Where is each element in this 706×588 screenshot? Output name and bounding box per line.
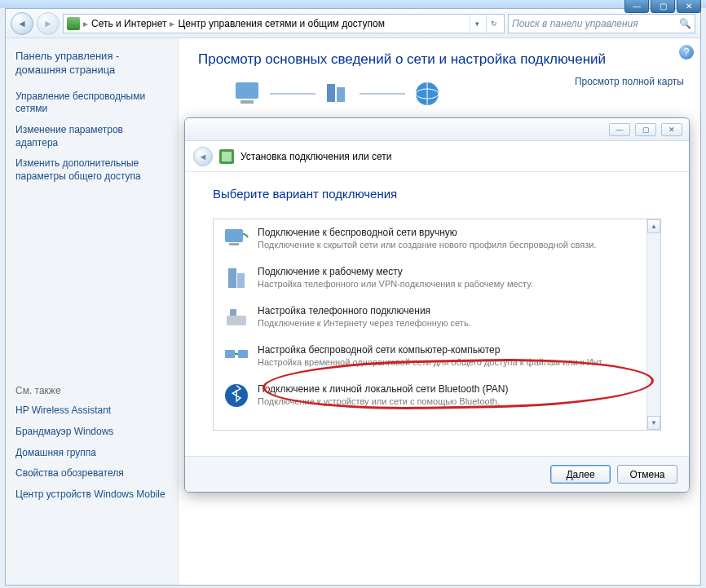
- help-icon[interactable]: ?: [679, 45, 694, 60]
- also-ie[interactable]: Свойства обозревателя: [15, 467, 168, 480]
- wizard-maximize[interactable]: ▢: [635, 123, 656, 136]
- option-title: Настройка беспроводной сети компьютер-ко…: [258, 343, 609, 356]
- wizard-close[interactable]: ✕: [661, 123, 682, 136]
- also-hp[interactable]: HP Wireless Assistant: [15, 405, 168, 418]
- option-bluetooth[interactable]: Подключение к личной локальной сети Blue…: [214, 376, 660, 415]
- sidebar-link-sharing[interactable]: Изменить дополнительные параметры общего…: [15, 157, 168, 183]
- option-manual-wireless[interactable]: Подключение к беспроводной сети вручную …: [214, 219, 660, 259]
- option-title: Настройка телефонного подключения: [258, 304, 471, 317]
- view-full-map-link[interactable]: Просмотр полной карты: [575, 76, 684, 87]
- svg-rect-2: [327, 84, 335, 102]
- option-sub: Настройка телефонного или VPN-подключени…: [258, 278, 533, 290]
- option-title: Подключение к личной локальной сети Blue…: [258, 382, 509, 396]
- also-firewall[interactable]: Брандмауэр Windows: [15, 426, 168, 439]
- search-icon: 🔍: [679, 18, 691, 29]
- window-maximize[interactable]: ▢: [651, 0, 675, 13]
- option-title: Подключение к рабочему месту: [258, 265, 533, 278]
- breadcrumb-1[interactable]: Сеть и Интернет: [91, 18, 166, 29]
- network-setup-icon: [219, 149, 234, 164]
- monitor-wifi-icon: [223, 226, 249, 252]
- scroll-down[interactable]: ▼: [647, 416, 660, 430]
- svg-rect-12: [227, 316, 246, 325]
- search-input[interactable]: Поиск в панели управления 🔍: [508, 14, 695, 33]
- option-dialup[interactable]: Настройка телефонного подключения Подклю…: [214, 298, 660, 337]
- refresh-icon[interactable]: ↻: [486, 15, 501, 32]
- see-also-heading: См. также: [15, 385, 168, 396]
- svg-rect-1: [240, 100, 254, 104]
- phone-modem-icon: [223, 304, 249, 330]
- scrollbar[interactable]: ▲ ▼: [646, 219, 660, 430]
- addr-dropdown[interactable]: ▾: [470, 15, 484, 32]
- building-icon: [223, 265, 249, 291]
- page-title: Просмотр основных сведений о сети и наст…: [198, 51, 681, 68]
- nav-back[interactable]: ◄: [11, 12, 33, 35]
- option-sub: Настройка временной одноранговой сети дл…: [258, 356, 609, 369]
- svg-rect-15: [238, 350, 248, 358]
- chevron-right-icon: ▸: [83, 18, 88, 29]
- nav-forward[interactable]: ►: [37, 12, 60, 35]
- also-homegroup[interactable]: Домашняя группа: [15, 447, 168, 460]
- wizard-header-text: Установка подключения или сети: [240, 151, 391, 162]
- search-placeholder: Поиск в панели управления: [512, 18, 638, 29]
- svg-rect-7: [222, 152, 232, 161]
- internet-icon: [410, 79, 444, 108]
- adhoc-icon: [223, 343, 249, 369]
- svg-rect-0: [236, 82, 258, 99]
- breadcrumb-2[interactable]: Центр управления сетями и общим доступом: [178, 18, 385, 29]
- chevron-right-icon: ▸: [170, 18, 174, 29]
- svg-rect-9: [229, 243, 239, 245]
- network-center-icon: [67, 17, 80, 30]
- svg-rect-14: [225, 350, 235, 358]
- svg-rect-10: [228, 268, 236, 288]
- network-icon: [320, 79, 355, 108]
- computer-icon: [231, 79, 265, 108]
- toolbar: ◄ ► ▸ Сеть и Интернет ▸ Центр управления…: [6, 9, 700, 38]
- wizard-prompt: Выберите вариант подключения: [213, 187, 661, 201]
- option-sub: Подключение к скрытой сети или создание …: [258, 239, 596, 251]
- option-title: Подключение к беспроводной сети вручную: [258, 226, 596, 239]
- also-wmdc[interactable]: Центр устройств Windows Mobile: [15, 489, 168, 502]
- cancel-button[interactable]: Отмена: [617, 465, 677, 484]
- svg-rect-13: [230, 309, 236, 316]
- svg-rect-11: [237, 273, 245, 288]
- option-sub: Подключение к Интернету через телефонную…: [258, 317, 471, 329]
- option-sub: Подключение к устройству или сети с помо…: [258, 396, 509, 408]
- option-list: Подключение к беспроводной сети вручную …: [213, 219, 661, 431]
- wizard-dialog: — ▢ ✕ ◄ Установка подключения или сети В…: [184, 117, 690, 493]
- sidebar-home[interactable]: Панель управления - домашняя страница: [15, 50, 168, 77]
- option-adhoc[interactable]: Настройка беспроводной сети компьютер-ко…: [214, 337, 660, 376]
- next-button[interactable]: Далее: [550, 465, 611, 484]
- sidebar: Панель управления - домашняя страница Уп…: [6, 38, 179, 585]
- scroll-up[interactable]: ▲: [647, 219, 660, 233]
- sidebar-link-wireless[interactable]: Управление беспроводными сетями: [15, 91, 168, 116]
- sidebar-link-adapter[interactable]: Изменение параметров адаптера: [15, 124, 168, 149]
- option-workplace[interactable]: Подключение к рабочему месту Настройка т…: [214, 259, 660, 298]
- window-close[interactable]: ✕: [677, 0, 701, 13]
- window-minimize[interactable]: —: [624, 0, 649, 13]
- bluetooth-icon: [223, 382, 249, 409]
- wizard-back[interactable]: ◄: [193, 147, 213, 166]
- svg-rect-8: [225, 229, 243, 242]
- address-bar[interactable]: ▸ Сеть и Интернет ▸ Центр управления сет…: [63, 14, 505, 33]
- wizard-minimize[interactable]: —: [609, 123, 630, 136]
- svg-rect-3: [337, 87, 345, 102]
